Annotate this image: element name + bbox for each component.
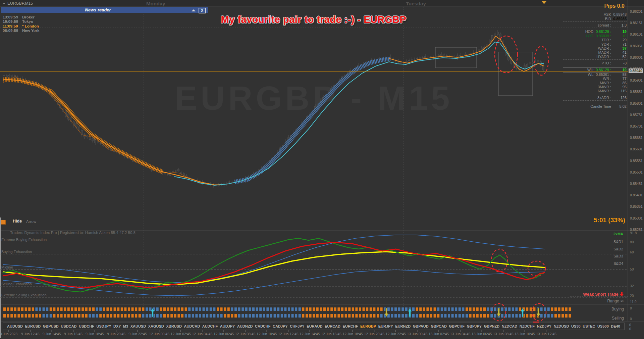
symbol-tab-de40[interactable]: DE40 bbox=[611, 324, 620, 328]
symbol-tab-audusd[interactable]: AUDUSD bbox=[7, 324, 23, 328]
time-axis-label: 13 Jun 12:45 bbox=[536, 332, 556, 336]
tdi-curves bbox=[3, 235, 545, 296]
symbol-tab-audjpy[interactable]: AUDJPY bbox=[220, 324, 235, 328]
symbol-tab-usdjpy[interactable]: USDJPY bbox=[96, 324, 111, 328]
stats-value: 71 bbox=[611, 42, 627, 46]
stats-value: 95 bbox=[611, 85, 627, 89]
time-axis-label: 12 Jun 12:45 bbox=[278, 332, 299, 336]
pips-readout: Pips 0.0 bbox=[604, 3, 625, 9]
symbol-tab-chfjpy[interactable]: CHFJPY bbox=[290, 324, 304, 328]
tdi-level-label: Selling Exhaustion bbox=[1, 282, 32, 286]
symbol-tab-gbpaud[interactable]: GBPAUD bbox=[413, 324, 429, 328]
indicator-corner-icon[interactable] bbox=[1, 220, 6, 225]
stats-row: 6MWR :115 bbox=[563, 89, 627, 93]
range-signal: Range ≋ bbox=[607, 298, 624, 303]
trade-signal: Weak Short Trade bbox=[583, 292, 624, 297]
symbol-tab-usdcad[interactable]: USDCAD bbox=[61, 324, 76, 328]
dots-axis-value: 0 bbox=[630, 317, 632, 321]
collapse-icon[interactable] bbox=[192, 9, 196, 11]
symbol-tab-eurgbp[interactable]: EURGBP bbox=[360, 324, 376, 328]
time-axis-label: 13 Jun 08:45 bbox=[493, 332, 514, 336]
tdi-level-lines bbox=[0, 242, 628, 297]
symbol-tab-dxy_m3[interactable]: DXY_M3 bbox=[113, 324, 128, 328]
stats-label: LOD: bbox=[563, 34, 594, 38]
arrow-button[interactable]: Arrow bbox=[26, 220, 36, 224]
stats-label: ASK bbox=[563, 12, 611, 16]
news-reader-bar[interactable]: News reader X bbox=[1, 7, 208, 13]
symbol-tab-us30[interactable]: US30 bbox=[571, 324, 581, 328]
symbol-tab-eurusd[interactable]: EURUSD bbox=[25, 324, 41, 328]
tdi-scale-value: 80 bbox=[630, 240, 634, 244]
symbol-tab-gbpchf[interactable]: GBPCHF bbox=[449, 324, 464, 328]
blue-ribbon bbox=[235, 59, 391, 182]
dots-axis-value: 0 bbox=[630, 306, 632, 310]
price-axis-label: 0.85851 bbox=[630, 90, 643, 94]
symbol-tab-audchf[interactable]: AUDCHF bbox=[202, 324, 218, 328]
price-axis-label: 0.85551 bbox=[630, 159, 643, 163]
symbol-tab-us500[interactable]: US500 bbox=[597, 324, 609, 328]
symbol-tab-audnzd[interactable]: AUDNZD bbox=[237, 324, 253, 328]
symbol-tabs-bar[interactable]: AUDUSDEURUSDGBPUSDUSDCADUSDCHFUSDJPYDXY_… bbox=[3, 323, 625, 330]
trade-signal-text: Weak Short Trade bbox=[583, 292, 618, 297]
symbol-tab-cadjpy[interactable]: CADJPY bbox=[273, 324, 288, 328]
symbol-tab-eurjpy[interactable]: EURJPY bbox=[378, 324, 393, 328]
tdi-scale-value: 68 bbox=[630, 250, 634, 254]
stats-row: WH:0.86129 :19 bbox=[563, 67, 627, 72]
time-axis-label: 9 Jun 12:45 bbox=[21, 332, 40, 336]
tdi-scale-value: 20 bbox=[630, 294, 634, 298]
symbol-tab-nzdusd[interactable]: NZDUSD bbox=[554, 324, 569, 328]
symbol-tab-xbrusd[interactable]: XBRUSD bbox=[166, 324, 181, 328]
stats-label: PTO : bbox=[563, 61, 611, 65]
time-axis-label: 12 Jun 00:45 bbox=[149, 332, 169, 336]
price-axis-label: 0.86051 bbox=[630, 44, 643, 48]
symbol-tab-gbpjpy[interactable]: GBPJPY bbox=[467, 324, 482, 328]
symbol-tab-gbpcad[interactable]: GBPCAD bbox=[431, 324, 447, 328]
symbol-tab-cadchf[interactable]: CADCHF bbox=[255, 324, 270, 328]
symbol-timeframe-label[interactable]: EURGBP,M15 bbox=[7, 1, 33, 6]
stats-label: WH: bbox=[563, 68, 594, 72]
symbol-tab-xauusd[interactable]: XAUUSD bbox=[130, 324, 146, 328]
time-axis-label: 12 Jun 14:45 bbox=[300, 332, 320, 336]
stats-row: Candle Time5:02 bbox=[563, 104, 627, 108]
symbol-tab-eurcad[interactable]: EURCAD bbox=[325, 324, 340, 328]
stats-label: HYADR : bbox=[563, 55, 611, 59]
symbol-tab-nzdcad[interactable]: NZDCAD bbox=[502, 324, 517, 328]
moving-average-lines bbox=[3, 36, 544, 185]
symbol-tab-gbpusd[interactable]: GBPUSD bbox=[43, 324, 59, 328]
stats-label: 3MWR : bbox=[563, 85, 611, 89]
stats-label: 6MWR : bbox=[563, 89, 611, 93]
stats-label: WL: bbox=[563, 72, 594, 77]
time-axis-label: 12 Jun 22:45 bbox=[385, 332, 406, 336]
up-arrow-icon bbox=[408, 308, 412, 317]
symbol-tab-eurnzd[interactable]: EURNZD bbox=[395, 324, 411, 328]
price-axis-label: 0.85301 bbox=[630, 216, 643, 220]
symbol-tab-euraud[interactable]: EURAUD bbox=[307, 324, 322, 328]
stats-row: WL:0.85361 :58 bbox=[563, 72, 627, 77]
symbol-tab-audcad[interactable]: AUDCAD bbox=[184, 324, 200, 328]
time-axis-label: 9 Jun 20:45 bbox=[107, 332, 125, 336]
buying-row-label: Buying bbox=[611, 307, 624, 311]
symbol-tab-nzdjpy[interactable]: NZDJPY bbox=[537, 324, 551, 328]
stats-label: MWR : bbox=[563, 81, 611, 85]
symbol-tab-nzdchf[interactable]: NZDCHF bbox=[520, 324, 535, 328]
symbol-tab-ustec[interactable]: USTEC bbox=[583, 324, 595, 328]
stats-row: spread :1.3 bbox=[563, 23, 627, 27]
symbol-tab-xagusd[interactable]: XAGUSD bbox=[148, 324, 164, 328]
symbol-tab-eurchf[interactable]: EURCHF bbox=[343, 324, 358, 328]
time-axis-label: 12 Jun 10:45 bbox=[257, 332, 277, 336]
stats-divider bbox=[563, 28, 627, 29]
news-reader-title[interactable]: News reader bbox=[1, 7, 195, 12]
symbol-tab-gbpnzd[interactable]: GBPNZD bbox=[484, 324, 499, 328]
time-axis-label: 13 Jun 00:45 bbox=[407, 332, 428, 336]
symbol-tab-usdchf[interactable]: USDCHF bbox=[79, 324, 94, 328]
squiggle-icon: ≋ bbox=[620, 298, 624, 303]
stats-label: spread : bbox=[563, 23, 611, 27]
tdi-base-line bbox=[3, 252, 545, 285]
chevron-down-icon[interactable] bbox=[3, 3, 5, 4]
close-icon[interactable]: X bbox=[199, 8, 206, 13]
time-axis-label: 12 Jun 20:45 bbox=[364, 332, 384, 336]
stats-value: 29 bbox=[611, 38, 627, 42]
tdi-indicator-title: Traders Dynamic Index Pro | Registered t… bbox=[10, 231, 136, 235]
stats-row: YDR :71 bbox=[563, 42, 627, 46]
hide-button[interactable]: Hide bbox=[13, 219, 22, 224]
